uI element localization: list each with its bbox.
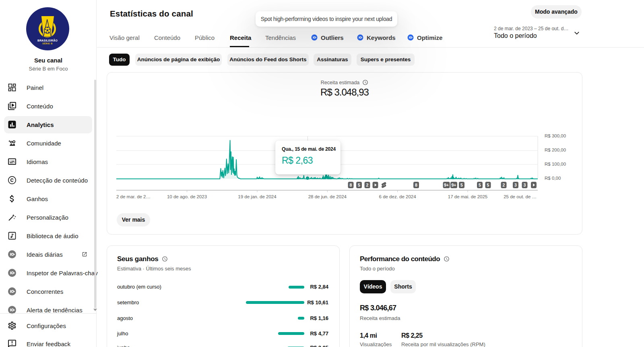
svg-text:5: 5 xyxy=(460,183,463,187)
svg-text:5: 5 xyxy=(479,183,481,187)
svg-text:3: 3 xyxy=(514,183,517,187)
svg-text:2: 2 xyxy=(366,183,369,187)
svg-text:5: 5 xyxy=(358,183,360,187)
svg-text:5: 5 xyxy=(487,183,489,187)
svg-text:R$ 0,00: R$ 0,00 xyxy=(545,176,561,181)
svg-text:SÉRIE B: SÉRIE B xyxy=(42,42,53,45)
svg-text:25 de out. de …: 25 de out. de … xyxy=(504,194,537,199)
svg-text:8: 8 xyxy=(415,183,417,187)
svg-text:10 de ago. de 2023: 10 de ago. de 2023 xyxy=(167,194,207,199)
svg-text:6 de dez. de 2024: 6 de dez. de 2024 xyxy=(379,194,417,199)
svg-text:17 de mai. de 2025: 17 de mai. de 2025 xyxy=(448,194,487,199)
svg-text:9+: 9+ xyxy=(444,183,449,187)
svg-text:19 de jan. de 2024: 19 de jan. de 2024 xyxy=(238,194,277,199)
svg-text:R$ 300,00: R$ 300,00 xyxy=(545,133,566,138)
svg-text:2: 2 xyxy=(503,183,505,187)
svg-text:8: 8 xyxy=(350,183,352,187)
svg-text:2 de mar. de 2…: 2 de mar. de 2… xyxy=(116,194,151,199)
svg-text:28 de jun. de 2024: 28 de jun. de 2024 xyxy=(308,194,347,199)
svg-text:R$ 200,00: R$ 200,00 xyxy=(545,148,566,152)
svg-text:BRASILEIRÃO: BRASILEIRÃO xyxy=(37,39,58,42)
svg-text:3: 3 xyxy=(524,183,526,187)
svg-text:9+: 9+ xyxy=(452,183,456,187)
svg-text:R$ 100,00: R$ 100,00 xyxy=(545,162,566,166)
